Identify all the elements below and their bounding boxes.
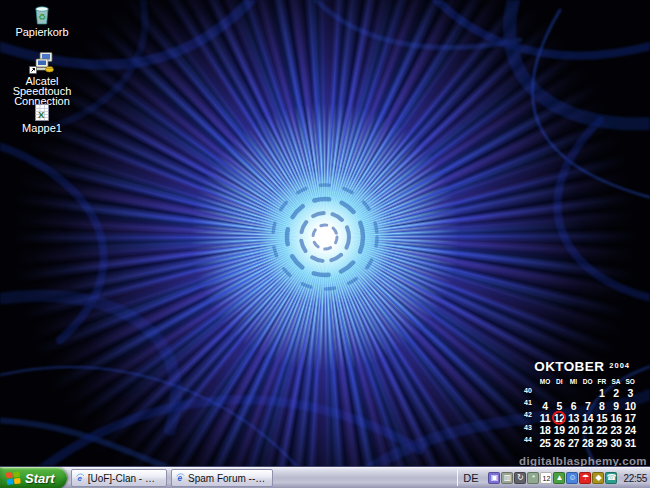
recycle-bin-icon: ♻: [32, 3, 52, 25]
tray-calendar-date-icon[interactable]: 12: [540, 472, 552, 484]
calendar-day-cell: 20: [566, 424, 580, 436]
calendar-day-cell: 24: [623, 424, 637, 436]
taskbar-window-spam-forum[interactable]: e Spam Forum -- [UoF]-...: [171, 469, 273, 487]
tray-graphics-utility-icon[interactable]: ▣: [488, 472, 500, 484]
tray-dsl-dialer-icon[interactable]: ☎: [605, 472, 617, 484]
calendar-day-cell: 18: [538, 424, 552, 436]
taskbar-window-title: Spam Forum -- [UoF]-...: [188, 473, 268, 484]
calendar-day-cell: 10: [623, 400, 637, 412]
calendar-week-row: 40123: [524, 387, 646, 399]
svg-text:X: X: [38, 109, 45, 120]
internet-explorer-icon: e: [76, 472, 85, 484]
calendar-day-cell: 31: [623, 437, 637, 449]
desktop-icon-label: Mappe1: [22, 123, 62, 133]
calendar-year: 2004: [609, 359, 630, 370]
calendar-day-cell: 26: [552, 437, 566, 449]
calendar-day-cell: 7: [581, 400, 595, 412]
calendar-day-header-row: MODIMIDOFRSASO: [524, 376, 646, 387]
tray-icons: ▣▥↻*12▲☺☂◆☎: [488, 472, 617, 484]
calendar-day-cell: 29: [595, 437, 609, 449]
calendar-day-header: DO: [581, 378, 595, 385]
calendar-day-cell: 13: [566, 412, 580, 424]
svg-text:e: e: [77, 474, 82, 483]
calendar-day-cell: 11: [538, 412, 552, 424]
calendar-day-header: MI: [566, 378, 580, 385]
tray-update-utility-icon[interactable]: *: [527, 472, 539, 484]
calendar-day-cell: 25: [538, 437, 552, 449]
calendar-day-header: FR: [595, 378, 609, 385]
calendar-week-number: 43: [524, 424, 538, 431]
desktop-icon-label-line1: Alcatel Speedtouch: [0, 76, 84, 96]
start-button[interactable]: Start: [0, 467, 67, 488]
tray-security-utility-icon[interactable]: ◆: [592, 472, 604, 484]
tray-audio-utility-icon[interactable]: ▥: [501, 472, 513, 484]
taskbar-window-uof-clan[interactable]: e [UoF]-Clan - Union of...: [71, 469, 167, 487]
calendar-day-cell: 1: [595, 387, 609, 399]
tray-antivir-guard-icon[interactable]: ☂: [579, 472, 591, 484]
taskbar: Start e [UoF]-Clan - Union of... e Spam …: [0, 466, 650, 488]
desktop-icon-label: Papierkorb: [15, 27, 68, 37]
calendar-day-cell: 4: [538, 400, 552, 412]
spreadsheet-file-icon: X: [34, 104, 50, 121]
calendar-day-cell: 6: [566, 400, 580, 412]
calendar-day-cell: 28: [581, 437, 595, 449]
desktop: ♻ Papierkorb Alcatel Speedtouch Connecti…: [0, 0, 650, 488]
calendar-day-cell: 3: [623, 387, 637, 399]
windows-logo-icon: [6, 471, 21, 485]
calendar-day-cell: 27: [566, 437, 580, 449]
calendar-day-cell: 30: [609, 437, 623, 449]
calendar-week-number: 44: [524, 436, 538, 443]
calendar-day-cell: 19: [552, 424, 566, 436]
internet-explorer-icon: e: [176, 472, 185, 484]
system-tray: DE ▣▥↻*12▲☺☂◆☎ 22:55: [457, 467, 650, 488]
desktop-icon-excel-workbook[interactable]: X Mappe1: [0, 104, 84, 133]
svg-text:♻: ♻: [38, 12, 46, 22]
tray-system-utility-icon[interactable]: ▲: [553, 472, 565, 484]
desktop-icon-speedtouch-connection[interactable]: Alcatel Speedtouch Connection: [0, 52, 84, 106]
taskbar-clock[interactable]: 22:55: [623, 473, 647, 484]
dialup-connection-icon: [29, 52, 55, 74]
calendar-day-header: DI: [552, 378, 566, 385]
calendar-day-cell: 15: [595, 412, 609, 424]
calendar-week-number: 40: [524, 387, 538, 394]
calendar-day-cell: 2: [609, 387, 623, 399]
calendar-week-number: 41: [524, 399, 538, 406]
calendar-day-header: SO: [623, 378, 637, 385]
calendar-day-cell: 21: [581, 424, 595, 436]
tray-divider: [457, 470, 458, 486]
calendar-day-header: SA: [609, 378, 623, 385]
highlight-circle-icon: [552, 411, 566, 425]
tray-scheduler-icon[interactable]: ↻: [514, 472, 526, 484]
calendar-day-cell: 14: [581, 412, 595, 424]
language-indicator[interactable]: DE: [463, 472, 478, 484]
calendar-month-title: OKTOBER: [534, 359, 604, 374]
calendar-day-cell: 23: [609, 424, 623, 436]
tray-messenger-contact-icon[interactable]: ☺: [566, 472, 578, 484]
calendar-week-number: 42: [524, 411, 538, 418]
calendar-day-cell: 12: [552, 412, 566, 424]
start-button-label: Start: [25, 471, 55, 486]
calendar-day-cell: 22: [595, 424, 609, 436]
calendar-day-cell: 8: [595, 400, 609, 412]
calendar-day-cell: 16: [609, 412, 623, 424]
calendar-week-row: 4318192021222324: [524, 424, 646, 436]
calendar-weeks: 4012341456789104211121314151617431819202…: [524, 387, 646, 449]
desktop-icon-recycle-bin[interactable]: ♻ Papierkorb: [0, 3, 84, 37]
calendar-week-row: 4145678910: [524, 399, 646, 411]
calendar-week-row: 4211121314151617: [524, 412, 646, 424]
calendar-day-header: MO: [538, 378, 552, 385]
wallpaper-calendar: OKTOBER 2004 MODIMIDOFRSASO 401234145678…: [524, 359, 646, 449]
taskbar-window-title: [UoF]-Clan - Union of...: [88, 473, 162, 484]
calendar-week-row: 4425262728293031: [524, 437, 646, 449]
calendar-day-cell: 9: [609, 400, 623, 412]
calendar-day-cell: 17: [623, 412, 637, 424]
